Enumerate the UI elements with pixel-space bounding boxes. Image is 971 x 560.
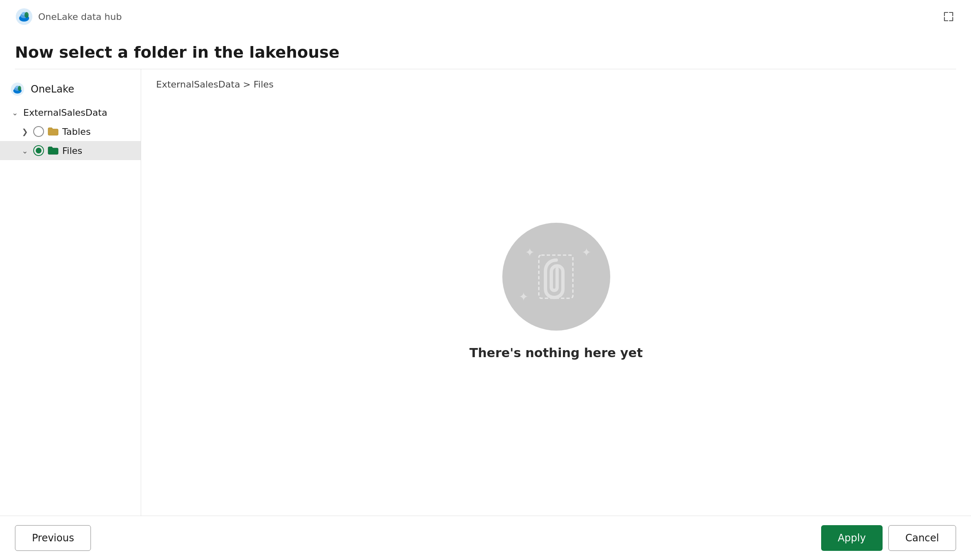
sidebar-onelake-label: OneLake bbox=[31, 83, 74, 95]
sparkle-icon-tr: ✦ bbox=[582, 246, 591, 259]
chevron-right-icon: ❯ bbox=[20, 127, 30, 136]
header-left: OneLake data hub bbox=[15, 7, 122, 26]
empty-state: ✦ ✦ ✦ There's nothing here yet bbox=[156, 102, 956, 506]
svg-point-4 bbox=[24, 12, 29, 18]
datasource-label: ExternalSalesData bbox=[23, 107, 107, 118]
right-panel: ExternalSalesData > Files ✦ ✦ ✦ There's … bbox=[141, 69, 971, 516]
tables-label: Tables bbox=[62, 127, 90, 137]
sidebar: OneLake ⌄ ExternalSalesData ❯ Tables ⌄ bbox=[0, 69, 141, 516]
tables-radio bbox=[33, 126, 44, 137]
sparkle-icon-bl: ✦ bbox=[519, 290, 528, 304]
sparkle-icon-tl: ✦ bbox=[525, 246, 535, 259]
chevron-down-icon-files: ⌄ bbox=[20, 146, 30, 155]
tree-datasource-group: ⌄ ExternalSalesData ❯ Tables ⌄ bbox=[0, 103, 141, 160]
svg-point-9 bbox=[18, 86, 21, 91]
onelake-sidebar-icon bbox=[10, 82, 25, 97]
apply-button[interactable]: Apply bbox=[821, 525, 883, 551]
files-label: Files bbox=[62, 146, 82, 156]
empty-state-circle: ✦ ✦ ✦ bbox=[502, 223, 610, 331]
previous-button[interactable]: Previous bbox=[15, 525, 91, 551]
main-content: OneLake ⌄ ExternalSalesData ❯ Tables ⌄ bbox=[0, 69, 971, 516]
folder-icon bbox=[47, 127, 59, 136]
expand-icon[interactable] bbox=[941, 9, 956, 24]
sidebar-item-tables[interactable]: ❯ Tables bbox=[0, 122, 141, 141]
files-folder-icon bbox=[47, 146, 59, 156]
header: OneLake data hub bbox=[0, 0, 971, 32]
files-radio-inner bbox=[36, 148, 42, 153]
empty-state-text: There's nothing here yet bbox=[470, 346, 643, 360]
tree-datasource-item[interactable]: ⌄ ExternalSalesData bbox=[0, 103, 141, 122]
app-title: OneLake data hub bbox=[38, 12, 122, 22]
cancel-button[interactable]: Cancel bbox=[888, 525, 956, 551]
breadcrumb: ExternalSalesData > Files bbox=[156, 79, 956, 90]
footer: Previous Apply Cancel bbox=[0, 516, 971, 560]
page-title-section: Now select a folder in the lakehouse bbox=[0, 32, 971, 69]
onelake-logo-icon bbox=[15, 7, 33, 26]
footer-right-buttons: Apply Cancel bbox=[821, 525, 956, 551]
sidebar-onelake-root: OneLake bbox=[0, 78, 141, 103]
paperclip-icon bbox=[527, 248, 585, 306]
chevron-down-icon: ⌄ bbox=[10, 108, 20, 117]
sidebar-item-files[interactable]: ⌄ Files bbox=[0, 141, 141, 160]
files-radio bbox=[33, 145, 44, 156]
page-title: Now select a folder in the lakehouse bbox=[15, 43, 956, 61]
